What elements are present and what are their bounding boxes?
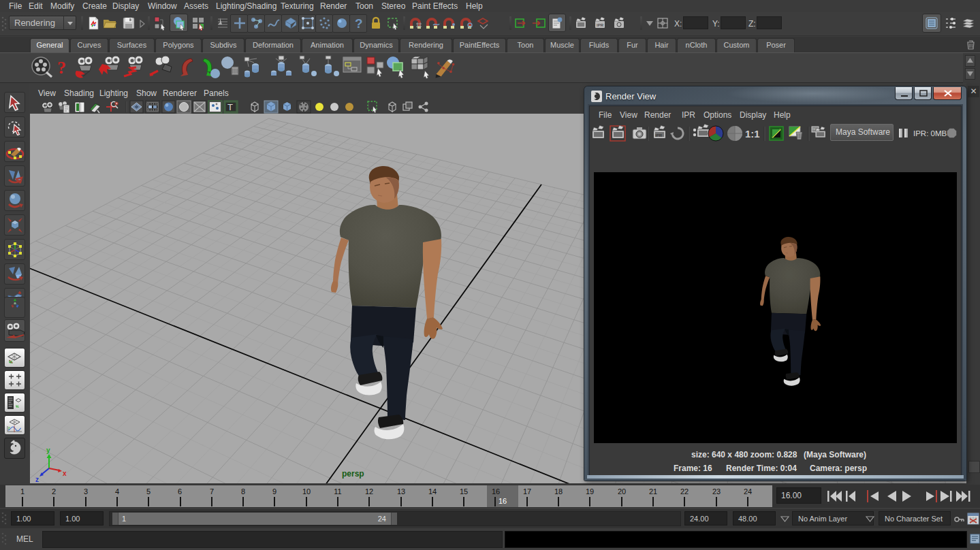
svg-text:?: ? <box>355 16 363 31</box>
svg-text:IPR: IPR <box>655 133 663 138</box>
svg-text:IPR: IPR <box>597 23 604 27</box>
svg-text:y: y <box>46 447 50 454</box>
svg-text:“”: “” <box>812 128 815 132</box>
svg-text:1:1: 1:1 <box>745 128 760 140</box>
svg-text:T: T <box>227 102 233 112</box>
svg-text:z: z <box>35 476 39 483</box>
svg-text:x: x <box>63 470 67 477</box>
svg-text:?: ? <box>57 58 66 78</box>
svg-text:persp: persp <box>342 469 364 479</box>
